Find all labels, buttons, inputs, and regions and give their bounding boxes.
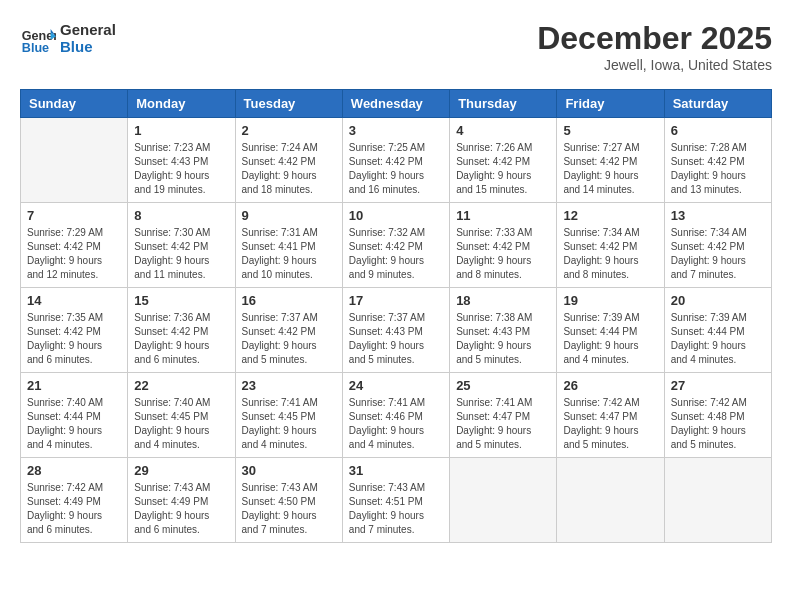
title-block: December 2025 Jewell, Iowa, United State…: [537, 20, 772, 73]
day-info: Sunrise: 7:43 AMSunset: 4:49 PMDaylight:…: [134, 481, 228, 537]
day-info: Sunrise: 7:37 AMSunset: 4:42 PMDaylight:…: [242, 311, 336, 367]
calendar-cell: [21, 118, 128, 203]
day-number: 2: [242, 123, 336, 138]
logo-general: General: [60, 21, 116, 38]
day-number: 28: [27, 463, 121, 478]
calendar-cell: 5Sunrise: 7:27 AMSunset: 4:42 PMDaylight…: [557, 118, 664, 203]
calendar-cell: 2Sunrise: 7:24 AMSunset: 4:42 PMDaylight…: [235, 118, 342, 203]
calendar-cell: 22Sunrise: 7:40 AMSunset: 4:45 PMDayligh…: [128, 373, 235, 458]
calendar-cell: 12Sunrise: 7:34 AMSunset: 4:42 PMDayligh…: [557, 203, 664, 288]
day-number: 1: [134, 123, 228, 138]
day-number: 30: [242, 463, 336, 478]
page-header: General Blue General Blue December 2025 …: [20, 20, 772, 73]
day-number: 16: [242, 293, 336, 308]
day-number: 25: [456, 378, 550, 393]
day-info: Sunrise: 7:33 AMSunset: 4:42 PMDaylight:…: [456, 226, 550, 282]
day-number: 12: [563, 208, 657, 223]
day-number: 15: [134, 293, 228, 308]
day-info: Sunrise: 7:43 AMSunset: 4:50 PMDaylight:…: [242, 481, 336, 537]
calendar-cell: 26Sunrise: 7:42 AMSunset: 4:47 PMDayligh…: [557, 373, 664, 458]
weekday-header-tuesday: Tuesday: [235, 90, 342, 118]
day-info: Sunrise: 7:39 AMSunset: 4:44 PMDaylight:…: [563, 311, 657, 367]
calendar-cell: 13Sunrise: 7:34 AMSunset: 4:42 PMDayligh…: [664, 203, 771, 288]
day-number: 3: [349, 123, 443, 138]
calendar-cell: [557, 458, 664, 543]
svg-text:Blue: Blue: [22, 41, 49, 55]
weekday-header-monday: Monday: [128, 90, 235, 118]
day-number: 27: [671, 378, 765, 393]
day-number: 19: [563, 293, 657, 308]
day-number: 31: [349, 463, 443, 478]
calendar-cell: 7Sunrise: 7:29 AMSunset: 4:42 PMDaylight…: [21, 203, 128, 288]
calendar-cell: 19Sunrise: 7:39 AMSunset: 4:44 PMDayligh…: [557, 288, 664, 373]
day-number: 14: [27, 293, 121, 308]
day-number: 21: [27, 378, 121, 393]
calendar-cell: 3Sunrise: 7:25 AMSunset: 4:42 PMDaylight…: [342, 118, 449, 203]
day-info: Sunrise: 7:36 AMSunset: 4:42 PMDaylight:…: [134, 311, 228, 367]
calendar-cell: [664, 458, 771, 543]
calendar-cell: 21Sunrise: 7:40 AMSunset: 4:44 PMDayligh…: [21, 373, 128, 458]
logo-icon: General Blue: [20, 20, 56, 56]
day-info: Sunrise: 7:43 AMSunset: 4:51 PMDaylight:…: [349, 481, 443, 537]
day-info: Sunrise: 7:35 AMSunset: 4:42 PMDaylight:…: [27, 311, 121, 367]
day-info: Sunrise: 7:30 AMSunset: 4:42 PMDaylight:…: [134, 226, 228, 282]
calendar-cell: 14Sunrise: 7:35 AMSunset: 4:42 PMDayligh…: [21, 288, 128, 373]
calendar-table: SundayMondayTuesdayWednesdayThursdayFrid…: [20, 89, 772, 543]
calendar-cell: 29Sunrise: 7:43 AMSunset: 4:49 PMDayligh…: [128, 458, 235, 543]
day-info: Sunrise: 7:23 AMSunset: 4:43 PMDaylight:…: [134, 141, 228, 197]
calendar-cell: 6Sunrise: 7:28 AMSunset: 4:42 PMDaylight…: [664, 118, 771, 203]
calendar-cell: 27Sunrise: 7:42 AMSunset: 4:48 PMDayligh…: [664, 373, 771, 458]
calendar-cell: 17Sunrise: 7:37 AMSunset: 4:43 PMDayligh…: [342, 288, 449, 373]
day-info: Sunrise: 7:41 AMSunset: 4:46 PMDaylight:…: [349, 396, 443, 452]
day-info: Sunrise: 7:40 AMSunset: 4:45 PMDaylight:…: [134, 396, 228, 452]
day-info: Sunrise: 7:34 AMSunset: 4:42 PMDaylight:…: [671, 226, 765, 282]
day-number: 26: [563, 378, 657, 393]
calendar-header: SundayMondayTuesdayWednesdayThursdayFrid…: [21, 90, 772, 118]
day-info: Sunrise: 7:24 AMSunset: 4:42 PMDaylight:…: [242, 141, 336, 197]
calendar-week-5: 28Sunrise: 7:42 AMSunset: 4:49 PMDayligh…: [21, 458, 772, 543]
calendar-cell: 16Sunrise: 7:37 AMSunset: 4:42 PMDayligh…: [235, 288, 342, 373]
day-info: Sunrise: 7:32 AMSunset: 4:42 PMDaylight:…: [349, 226, 443, 282]
calendar-cell: 9Sunrise: 7:31 AMSunset: 4:41 PMDaylight…: [235, 203, 342, 288]
day-info: Sunrise: 7:41 AMSunset: 4:45 PMDaylight:…: [242, 396, 336, 452]
calendar-cell: 10Sunrise: 7:32 AMSunset: 4:42 PMDayligh…: [342, 203, 449, 288]
day-info: Sunrise: 7:42 AMSunset: 4:49 PMDaylight:…: [27, 481, 121, 537]
day-info: Sunrise: 7:26 AMSunset: 4:42 PMDaylight:…: [456, 141, 550, 197]
calendar-cell: 23Sunrise: 7:41 AMSunset: 4:45 PMDayligh…: [235, 373, 342, 458]
weekday-header-thursday: Thursday: [450, 90, 557, 118]
weekday-header-wednesday: Wednesday: [342, 90, 449, 118]
calendar-cell: 11Sunrise: 7:33 AMSunset: 4:42 PMDayligh…: [450, 203, 557, 288]
calendar-week-4: 21Sunrise: 7:40 AMSunset: 4:44 PMDayligh…: [21, 373, 772, 458]
day-info: Sunrise: 7:29 AMSunset: 4:42 PMDaylight:…: [27, 226, 121, 282]
calendar-cell: [450, 458, 557, 543]
day-info: Sunrise: 7:42 AMSunset: 4:47 PMDaylight:…: [563, 396, 657, 452]
day-number: 4: [456, 123, 550, 138]
day-info: Sunrise: 7:37 AMSunset: 4:43 PMDaylight:…: [349, 311, 443, 367]
calendar-body: 1Sunrise: 7:23 AMSunset: 4:43 PMDaylight…: [21, 118, 772, 543]
weekday-header-friday: Friday: [557, 90, 664, 118]
calendar-week-3: 14Sunrise: 7:35 AMSunset: 4:42 PMDayligh…: [21, 288, 772, 373]
calendar-cell: 1Sunrise: 7:23 AMSunset: 4:43 PMDaylight…: [128, 118, 235, 203]
day-number: 24: [349, 378, 443, 393]
calendar-week-2: 7Sunrise: 7:29 AMSunset: 4:42 PMDaylight…: [21, 203, 772, 288]
calendar-cell: 25Sunrise: 7:41 AMSunset: 4:47 PMDayligh…: [450, 373, 557, 458]
day-info: Sunrise: 7:34 AMSunset: 4:42 PMDaylight:…: [563, 226, 657, 282]
day-number: 17: [349, 293, 443, 308]
day-info: Sunrise: 7:39 AMSunset: 4:44 PMDaylight:…: [671, 311, 765, 367]
day-number: 13: [671, 208, 765, 223]
calendar-cell: 28Sunrise: 7:42 AMSunset: 4:49 PMDayligh…: [21, 458, 128, 543]
day-number: 6: [671, 123, 765, 138]
day-number: 23: [242, 378, 336, 393]
day-info: Sunrise: 7:40 AMSunset: 4:44 PMDaylight:…: [27, 396, 121, 452]
day-info: Sunrise: 7:25 AMSunset: 4:42 PMDaylight:…: [349, 141, 443, 197]
location: Jewell, Iowa, United States: [537, 57, 772, 73]
day-number: 22: [134, 378, 228, 393]
calendar-cell: 8Sunrise: 7:30 AMSunset: 4:42 PMDaylight…: [128, 203, 235, 288]
logo: General Blue General Blue: [20, 20, 116, 56]
weekday-row: SundayMondayTuesdayWednesdayThursdayFrid…: [21, 90, 772, 118]
day-number: 11: [456, 208, 550, 223]
day-info: Sunrise: 7:28 AMSunset: 4:42 PMDaylight:…: [671, 141, 765, 197]
calendar-cell: 30Sunrise: 7:43 AMSunset: 4:50 PMDayligh…: [235, 458, 342, 543]
logo-blue: Blue: [60, 38, 116, 55]
weekday-header-sunday: Sunday: [21, 90, 128, 118]
